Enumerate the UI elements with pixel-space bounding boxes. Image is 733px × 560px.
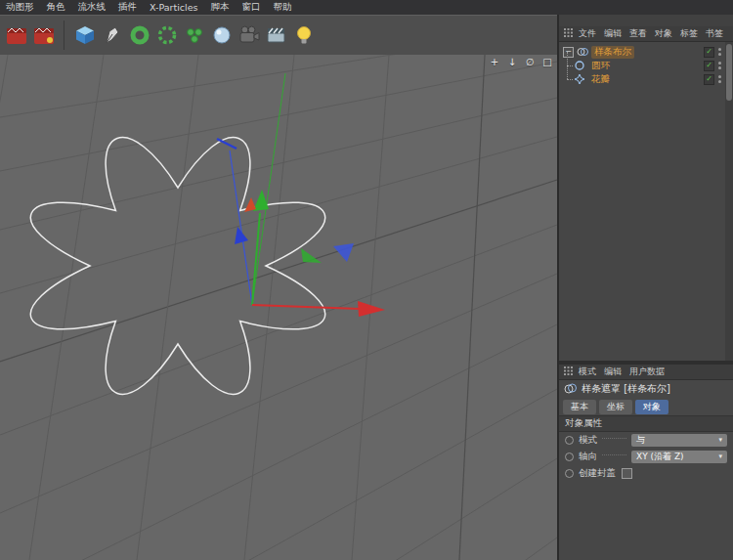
enable-check-icon[interactable]: ✓ [704, 47, 714, 58]
dropdown-value: 与 [636, 434, 645, 447]
visibility-dots-icon[interactable] [718, 62, 721, 69]
object-name[interactable]: 圆环 [588, 60, 613, 72]
om-scrollbar-thumb[interactable] [726, 44, 732, 101]
keyframe-circle-icon[interactable] [565, 452, 574, 461]
menu-help[interactable]: 帮助 [274, 1, 292, 14]
property-label: 轴向 [579, 451, 597, 463]
am-menu-mode[interactable]: 模式 [579, 366, 596, 378]
property-row-create-cap: 创建封盖 [559, 465, 733, 482]
maximize-icon[interactable]: □ [541, 57, 553, 67]
collapse-icon[interactable]: − [563, 47, 574, 58]
attribute-manager-menu: 模式 编辑 用户数据 [559, 365, 733, 380]
object-manager[interactable]: − 样条布尔 ✓ 圆环 ✓ [559, 42, 733, 361]
create-cap-checkbox[interactable] [622, 468, 632, 479]
chevron-down-icon: ▾ [718, 434, 722, 447]
keyframe-circle-icon[interactable] [565, 436, 574, 445]
menu-mograph[interactable]: 动图形 [6, 1, 34, 14]
property-row-axis: 轴向 XY (沿着 Z) ▾ [559, 449, 733, 465]
main-toolbar [0, 15, 559, 55]
panel-top-strip [559, 15, 733, 26]
particles-icon[interactable] [182, 22, 206, 48]
undo-slate-icon[interactable] [4, 22, 28, 48]
object-name[interactable]: 花瓣 [588, 73, 613, 86]
menu-xparticles[interactable]: X-Particles [150, 2, 198, 13]
enable-check-icon[interactable]: ✓ [704, 74, 714, 85]
am-menu-userdata[interactable]: 用户数据 [629, 366, 665, 378]
menubar: 动图形 角色 流水线 插件 X-Particles 脚本 窗口 帮助 [0, 0, 733, 15]
attribute-tabs: 基本 坐标 对象 [559, 398, 733, 415]
stage-icon[interactable] [264, 22, 288, 48]
om-menu-view[interactable]: 查看 [629, 27, 647, 40]
visibility-dots-icon[interactable] [718, 48, 721, 56]
viewport-nav: + ↓ ∅ □ [489, 57, 553, 67]
panel-grid-icon [564, 28, 573, 39]
circle-spline-icon [574, 60, 585, 71]
chevron-down-icon: ▾ [718, 451, 722, 463]
spline-mask-icon [577, 46, 588, 58]
torus-icon[interactable] [127, 22, 151, 48]
om-menu-edit[interactable]: 编辑 [604, 27, 622, 40]
menu-pipeline[interactable]: 流水线 [78, 1, 107, 14]
pan-icon[interactable]: + [489, 57, 500, 67]
zoom-icon[interactable]: ↓ [506, 57, 518, 67]
section-label: 对象属性 [565, 417, 602, 430]
property-label: 创建封盖 [579, 467, 616, 480]
om-menu-objects[interactable]: 对象 [655, 27, 672, 40]
camera-icon[interactable] [237, 22, 261, 48]
property-row-mode: 模式 与 ▾ [559, 432, 733, 449]
om-menu-bookmarks[interactable]: 书签 [706, 27, 723, 40]
mode-dropdown[interactable]: 与 ▾ [631, 434, 727, 447]
viewport[interactable]: + ↓ ∅ □ [0, 55, 559, 560]
sphere-icon[interactable] [209, 22, 234, 48]
menu-script[interactable]: 脚本 [211, 1, 230, 14]
attribute-title-row: 样条遮罩 [样条布尔] [559, 380, 733, 398]
dropdown-value: XY (沿着 Z) [636, 451, 684, 463]
menu-plugins[interactable]: 插件 [118, 1, 137, 14]
tab-object[interactable]: 对象 [635, 400, 668, 414]
cube-tool-icon[interactable] [72, 22, 97, 48]
flower-spline-icon [574, 73, 585, 85]
om-scrollbar[interactable] [725, 42, 733, 361]
panel-grid-icon [564, 366, 573, 377]
leader-dots [602, 438, 626, 439]
keyframe-circle-icon[interactable] [565, 469, 574, 478]
rotate-icon[interactable]: ∅ [524, 57, 536, 67]
am-menu-edit[interactable]: 编辑 [604, 366, 622, 378]
viewport-canvas[interactable] [0, 55, 559, 560]
flower-spline[interactable] [30, 138, 324, 395]
right-panel: 文件 编辑 查看 对象 标签 书签 − 样条布尔 ✓ [559, 15, 733, 560]
attribute-title: 样条遮罩 [样条布尔] [582, 382, 670, 396]
spline-pen-icon[interactable] [100, 22, 124, 48]
redo-slate-icon[interactable] [31, 22, 56, 48]
plane-handle-blue[interactable] [333, 243, 354, 262]
cinema4d-window: 动图形 角色 流水线 插件 X-Particles 脚本 窗口 帮助 [0, 0, 733, 560]
tab-basic[interactable]: 基本 [563, 400, 596, 414]
object-row-flower[interactable]: 花瓣 ✓ [559, 72, 733, 86]
object-row-spline-boolean[interactable]: − 样条布尔 ✓ [559, 45, 733, 59]
axis-dropdown[interactable]: XY (沿着 Z) ▾ [631, 451, 727, 463]
menu-character[interactable]: 角色 [47, 1, 65, 14]
object-name[interactable]: 样条布尔 [591, 46, 634, 59]
x-axis-handle[interactable] [358, 301, 385, 317]
visibility-dots-icon[interactable] [718, 75, 721, 83]
menu-window[interactable]: 窗口 [242, 1, 261, 14]
leader-dots [602, 454, 626, 455]
mograph-ring-icon[interactable] [154, 22, 179, 48]
plane-handle-green[interactable] [301, 248, 322, 263]
toolbar-separator [64, 21, 65, 50]
attribute-empty-area [559, 482, 733, 560]
spline-mask-icon [564, 382, 577, 397]
om-menu-file[interactable]: 文件 [579, 27, 596, 40]
object-row-circle[interactable]: 圆环 ✓ [559, 59, 733, 72]
light-icon[interactable] [291, 22, 316, 48]
tab-coordinates[interactable]: 坐标 [599, 400, 632, 414]
object-manager-menu: 文件 编辑 查看 对象 标签 书签 [559, 26, 733, 42]
enable-check-icon[interactable]: ✓ [704, 61, 714, 71]
section-object-properties[interactable]: 对象属性 [559, 415, 733, 432]
property-label: 模式 [579, 434, 597, 447]
om-menu-tags[interactable]: 标签 [680, 27, 698, 40]
